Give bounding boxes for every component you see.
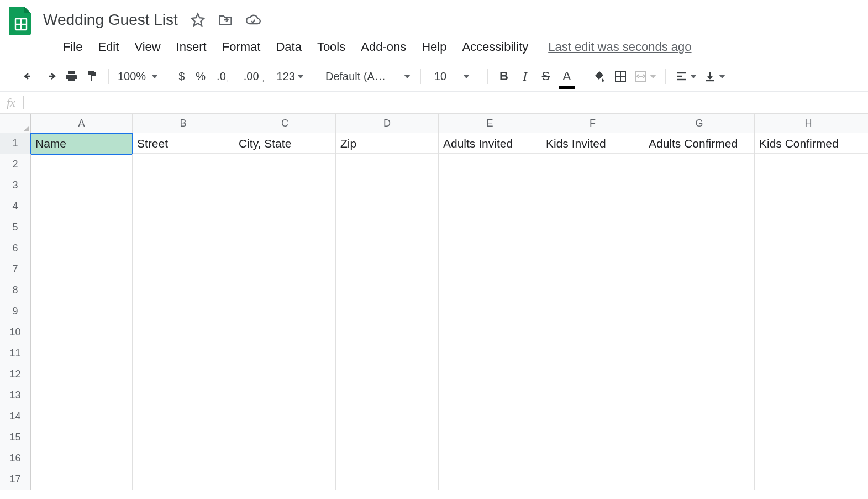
horizontal-align-button[interactable] (671, 65, 700, 87)
increase-decimal-button[interactable]: .00→ (238, 65, 271, 87)
cell-G1[interactable]: Adults Confirmed (644, 133, 755, 154)
cell-C11[interactable] (234, 343, 336, 364)
cell-G14[interactable] (644, 406, 755, 427)
cell-B17[interactable] (133, 469, 234, 490)
cell-C7[interactable] (234, 259, 336, 280)
cell-E9[interactable] (439, 301, 541, 322)
italic-button[interactable]: I (514, 65, 535, 87)
cell-F1[interactable]: Kids Invited (541, 133, 644, 154)
row-header[interactable]: 15 (0, 427, 31, 448)
cell-B11[interactable] (133, 343, 234, 364)
cell-E11[interactable] (439, 343, 541, 364)
cell-G12[interactable] (644, 364, 755, 385)
cell-H3[interactable] (755, 175, 862, 196)
star-icon[interactable] (190, 12, 206, 28)
row-header[interactable]: 14 (0, 406, 31, 427)
cell-A2[interactable] (31, 154, 133, 175)
cell-C10[interactable] (234, 322, 336, 343)
row-header[interactable]: 6 (0, 238, 31, 259)
cell-H4[interactable] (755, 196, 862, 217)
column-header-A[interactable]: A (31, 114, 133, 133)
cell-D9[interactable] (336, 301, 439, 322)
cell-F6[interactable] (541, 238, 644, 259)
column-header-C[interactable]: C (234, 114, 336, 133)
cell-B13[interactable] (133, 385, 234, 406)
cell-G9[interactable] (644, 301, 755, 322)
cell-C14[interactable] (234, 406, 336, 427)
column-header-H[interactable]: H (755, 114, 862, 133)
cell-F9[interactable] (541, 301, 644, 322)
cell-B10[interactable] (133, 322, 234, 343)
cell-H11[interactable] (755, 343, 862, 364)
fill-color-button[interactable] (589, 65, 610, 87)
cell-D3[interactable] (336, 175, 439, 196)
menu-file[interactable]: File (55, 36, 90, 57)
row-header[interactable]: 17 (0, 469, 31, 490)
cell-E7[interactable] (439, 259, 541, 280)
cloud-status-icon[interactable] (245, 12, 261, 28)
row-header[interactable]: 16 (0, 448, 31, 469)
menu-data[interactable]: Data (268, 36, 309, 57)
cell-D8[interactable] (336, 280, 439, 301)
cell-B1[interactable]: Street (133, 133, 234, 154)
cell-A9[interactable] (31, 301, 133, 322)
row-header[interactable]: 13 (0, 385, 31, 406)
print-button[interactable] (61, 65, 82, 87)
borders-button[interactable] (610, 65, 631, 87)
cell-B5[interactable] (133, 217, 234, 238)
more-formats-button[interactable]: 123 (271, 65, 309, 87)
cell-H17[interactable] (755, 469, 862, 490)
cell-D14[interactable] (336, 406, 439, 427)
cell-A16[interactable] (31, 448, 133, 469)
cell-E15[interactable] (439, 427, 541, 448)
cell-G5[interactable] (644, 217, 755, 238)
formula-input[interactable] (31, 92, 868, 113)
cell-D2[interactable] (336, 154, 439, 175)
cell-D17[interactable] (336, 469, 439, 490)
row-header[interactable]: 11 (0, 343, 31, 364)
cell-D1[interactable]: Zip (336, 133, 439, 154)
cell-C9[interactable] (234, 301, 336, 322)
cell-C17[interactable] (234, 469, 336, 490)
undo-button[interactable] (19, 65, 40, 87)
column-header-F[interactable]: F (541, 114, 644, 133)
cell-G15[interactable] (644, 427, 755, 448)
cell-B9[interactable] (133, 301, 234, 322)
cell-C4[interactable] (234, 196, 336, 217)
cell-G4[interactable] (644, 196, 755, 217)
cell-A15[interactable] (31, 427, 133, 448)
row-header[interactable]: 5 (0, 217, 31, 238)
vertical-align-button[interactable] (700, 65, 729, 87)
menu-addons[interactable]: Add-ons (353, 36, 414, 57)
cell-A7[interactable] (31, 259, 133, 280)
cell-C1[interactable]: City, State (234, 133, 336, 154)
menu-tools[interactable]: Tools (309, 36, 353, 57)
cell-G3[interactable] (644, 175, 755, 196)
cell-A17[interactable] (31, 469, 133, 490)
cell-E14[interactable] (439, 406, 541, 427)
cell-F3[interactable] (541, 175, 644, 196)
move-folder-icon[interactable] (218, 12, 233, 28)
row-header[interactable]: 12 (0, 364, 31, 385)
cell-F8[interactable] (541, 280, 644, 301)
menu-edit[interactable]: Edit (90, 36, 127, 57)
zoom-select[interactable]: 100% (114, 70, 161, 83)
format-percent-button[interactable]: % (190, 65, 211, 87)
cell-F2[interactable] (541, 154, 644, 175)
cell-F17[interactable] (541, 469, 644, 490)
menu-view[interactable]: View (127, 36, 168, 57)
cell-B7[interactable] (133, 259, 234, 280)
row-header[interactable]: 9 (0, 301, 31, 322)
cell-A5[interactable] (31, 217, 133, 238)
menu-help[interactable]: Help (414, 36, 454, 57)
font-family-select[interactable]: Default (Ari... (321, 70, 415, 83)
cell-F15[interactable] (541, 427, 644, 448)
cell-A6[interactable] (31, 238, 133, 259)
cell-A1[interactable]: Name (31, 133, 133, 154)
cell-D11[interactable] (336, 343, 439, 364)
cell-H2[interactable] (755, 154, 862, 175)
menu-accessibility[interactable]: Accessibility (454, 36, 536, 57)
cell-F14[interactable] (541, 406, 644, 427)
cell-H6[interactable] (755, 238, 862, 259)
cell-E4[interactable] (439, 196, 541, 217)
